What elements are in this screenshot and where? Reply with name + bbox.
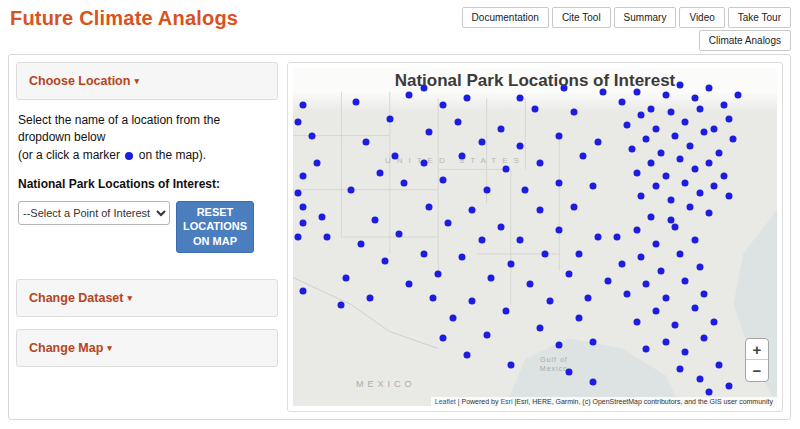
nav-summary-button[interactable]: Summary bbox=[614, 7, 677, 28]
map-marker[interactable] bbox=[556, 179, 563, 186]
map-marker[interactable] bbox=[507, 261, 514, 268]
map-marker[interactable] bbox=[623, 122, 630, 129]
map-marker[interactable] bbox=[406, 281, 413, 288]
map-marker[interactable] bbox=[435, 271, 442, 278]
map-marker[interactable] bbox=[686, 203, 693, 210]
map-marker[interactable] bbox=[425, 129, 432, 136]
zoom-out-button[interactable]: − bbox=[746, 360, 768, 381]
map-marker[interactable] bbox=[623, 291, 630, 298]
map-marker[interactable] bbox=[299, 220, 306, 227]
map-marker[interactable] bbox=[672, 132, 679, 139]
map-marker[interactable] bbox=[391, 152, 398, 159]
map-marker[interactable] bbox=[377, 169, 384, 176]
map-marker[interactable] bbox=[294, 190, 301, 197]
map-marker[interactable] bbox=[440, 335, 447, 342]
map-marker[interactable] bbox=[352, 98, 359, 105]
map-marker[interactable] bbox=[488, 274, 495, 281]
map-marker[interactable] bbox=[367, 294, 374, 301]
map-marker[interactable] bbox=[502, 308, 509, 315]
map-marker[interactable] bbox=[715, 362, 722, 369]
map-marker[interactable] bbox=[682, 277, 689, 284]
map-marker[interactable] bbox=[536, 159, 543, 166]
map-marker[interactable] bbox=[517, 142, 524, 149]
map-marker[interactable] bbox=[454, 119, 461, 126]
map-marker[interactable] bbox=[648, 213, 655, 220]
map-marker[interactable] bbox=[711, 183, 718, 190]
accordion-choose-location[interactable]: Choose Location ▾ bbox=[16, 62, 278, 100]
nav-cite-tool-button[interactable]: Cite Tool bbox=[552, 7, 611, 28]
map-marker[interactable] bbox=[469, 298, 476, 305]
map-marker[interactable] bbox=[372, 217, 379, 224]
map-marker[interactable] bbox=[386, 115, 393, 122]
map-marker[interactable] bbox=[691, 237, 698, 244]
map-marker[interactable] bbox=[691, 304, 698, 311]
map-marker[interactable] bbox=[682, 348, 689, 355]
poi-select[interactable]: --Select a Point of Interest -- bbox=[18, 201, 170, 225]
map-marker[interactable] bbox=[638, 112, 645, 119]
map-marker[interactable] bbox=[469, 206, 476, 213]
map-marker[interactable] bbox=[464, 95, 471, 102]
map-marker[interactable] bbox=[701, 129, 708, 136]
map-marker[interactable] bbox=[653, 125, 660, 132]
map-marker[interactable] bbox=[507, 362, 514, 369]
map-marker[interactable] bbox=[619, 98, 626, 105]
map-marker[interactable] bbox=[420, 159, 427, 166]
map-marker[interactable] bbox=[730, 135, 737, 142]
map-marker[interactable] bbox=[725, 115, 732, 122]
map-marker[interactable] bbox=[536, 206, 543, 213]
map-marker[interactable] bbox=[662, 338, 669, 345]
map-marker[interactable] bbox=[648, 105, 655, 112]
map-marker[interactable] bbox=[653, 240, 660, 247]
map-marker[interactable] bbox=[643, 345, 650, 352]
map-marker[interactable] bbox=[517, 95, 524, 102]
map-marker[interactable] bbox=[556, 132, 563, 139]
map-marker[interactable] bbox=[478, 237, 485, 244]
map-marker[interactable] bbox=[715, 149, 722, 156]
map-marker[interactable] bbox=[594, 139, 601, 146]
map-marker[interactable] bbox=[643, 135, 650, 142]
map-marker[interactable] bbox=[459, 152, 466, 159]
map-marker[interactable] bbox=[406, 92, 413, 99]
map-marker[interactable] bbox=[532, 105, 539, 112]
map-marker[interactable] bbox=[725, 382, 732, 389]
map-marker[interactable] bbox=[633, 318, 640, 325]
map-marker[interactable] bbox=[594, 234, 601, 241]
esri-link[interactable]: Esri bbox=[500, 398, 512, 405]
map-marker[interactable] bbox=[677, 365, 684, 372]
map-marker[interactable] bbox=[314, 159, 321, 166]
map-marker[interactable] bbox=[691, 166, 698, 173]
map-marker[interactable] bbox=[449, 315, 456, 322]
map-marker[interactable] bbox=[381, 257, 388, 264]
map-marker[interactable] bbox=[590, 338, 597, 345]
map-marker[interactable] bbox=[556, 342, 563, 349]
map-marker[interactable] bbox=[556, 227, 563, 234]
map-marker[interactable] bbox=[430, 294, 437, 301]
accordion-change-map[interactable]: Change Map ▾ bbox=[16, 329, 278, 367]
map-marker[interactable] bbox=[498, 125, 505, 132]
map-marker[interactable] bbox=[677, 156, 684, 163]
map-marker[interactable] bbox=[565, 369, 572, 376]
map-marker[interactable] bbox=[682, 179, 689, 186]
leaflet-link[interactable]: Leaflet bbox=[435, 398, 456, 405]
map-marker[interactable] bbox=[522, 186, 529, 193]
map-marker[interactable] bbox=[696, 105, 703, 112]
map-area[interactable]: UNITED STATES MEXICO Gulf of Mexico + − … bbox=[293, 68, 777, 406]
map-marker[interactable] bbox=[686, 142, 693, 149]
accordion-change-dataset[interactable]: Change Dataset ▾ bbox=[16, 279, 278, 317]
map-marker[interactable] bbox=[619, 261, 626, 268]
map-marker[interactable] bbox=[691, 95, 698, 102]
map-marker[interactable] bbox=[662, 173, 669, 180]
map-marker[interactable] bbox=[662, 294, 669, 301]
map-marker[interactable] bbox=[440, 102, 447, 109]
map-marker[interactable] bbox=[396, 230, 403, 237]
map-marker[interactable] bbox=[294, 119, 301, 126]
map-marker[interactable] bbox=[648, 159, 655, 166]
map-marker[interactable] bbox=[575, 315, 582, 322]
map-marker[interactable] bbox=[440, 176, 447, 183]
map-marker[interactable] bbox=[672, 223, 679, 230]
map-marker[interactable] bbox=[585, 294, 592, 301]
zoom-in-button[interactable]: + bbox=[746, 339, 768, 360]
map-marker[interactable] bbox=[696, 264, 703, 271]
map-marker[interactable] bbox=[653, 183, 660, 190]
map-marker[interactable] bbox=[309, 132, 316, 139]
